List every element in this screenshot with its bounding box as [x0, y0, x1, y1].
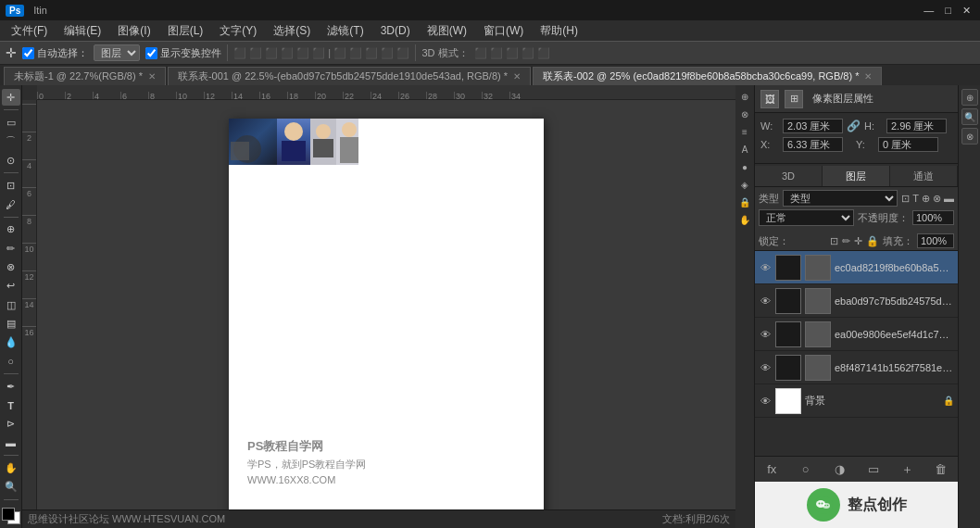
- tab-contacts1-close[interactable]: ✕: [513, 71, 521, 82]
- hand-tool[interactable]: ✋: [2, 459, 20, 476]
- show-controls-input[interactable]: [145, 47, 157, 59]
- tab-layers[interactable]: 图层: [823, 166, 890, 186]
- fill-input[interactable]: [917, 233, 954, 248]
- menu-file[interactable]: 文件(F): [4, 21, 55, 41]
- lock-pixel-icon[interactable]: ✏: [842, 235, 850, 247]
- opacity-input[interactable]: [912, 210, 954, 225]
- fx-button[interactable]: fx: [762, 461, 781, 478]
- add-mask-button[interactable]: ○: [797, 461, 815, 478]
- layer-item[interactable]: 👁 ea00e9806ee5ef4d1c7bfa...: [755, 318, 958, 351]
- zoom-tool[interactable]: 🔍: [2, 479, 20, 496]
- layer-item[interactable]: 👁 eba0d97c7b5db24575dde...: [755, 284, 958, 318]
- menu-window[interactable]: 窗口(W): [476, 21, 531, 41]
- clone-stamp-tool[interactable]: ⊗: [2, 258, 20, 275]
- title-bar-controls[interactable]: — □ ✕: [920, 5, 974, 17]
- auto-select-input[interactable]: [22, 47, 34, 59]
- minimize-btn[interactable]: —: [920, 5, 937, 16]
- crop-tool[interactable]: ⊡: [2, 177, 20, 194]
- width-input[interactable]: [783, 119, 843, 133]
- auto-select-checkbox[interactable]: 自动选择：: [22, 46, 88, 60]
- layer-visibility-toggle[interactable]: 👁: [759, 262, 772, 273]
- spot-healing-tool[interactable]: ⊕: [2, 221, 20, 238]
- history-brush-tool[interactable]: ↩: [2, 278, 20, 295]
- dodge-tool[interactable]: ○: [2, 353, 20, 370]
- side-icon-1[interactable]: ⊕: [737, 89, 752, 104]
- layer-visibility-toggle[interactable]: 👁: [759, 295, 772, 307]
- side-icon-4[interactable]: A: [737, 142, 752, 157]
- layer-item[interactable]: 👁 e8f487141b1562f7581ea7...: [755, 351, 958, 384]
- mini-tool-2[interactable]: 🔍: [961, 108, 978, 125]
- tab-untitled-close[interactable]: ✕: [148, 71, 156, 82]
- select-type-dropdown[interactable]: 图层: [94, 44, 140, 61]
- layer-visibility-toggle[interactable]: 👁: [759, 362, 772, 373]
- ruler-mark-v: 4: [22, 159, 36, 187]
- lock-transform-icon[interactable]: ✛: [854, 235, 862, 247]
- menu-layer[interactable]: 图层(L): [160, 21, 211, 41]
- ruler-mark: 2: [65, 92, 93, 99]
- menu-image[interactable]: 图像(I): [110, 21, 157, 41]
- blend-mode-select[interactable]: 正常: [759, 209, 854, 226]
- menu-text[interactable]: 文字(Y): [212, 21, 264, 41]
- side-icon-6[interactable]: ◈: [737, 177, 752, 192]
- link-icon[interactable]: 🔗: [847, 119, 861, 132]
- quick-selection-tool[interactable]: ⊙: [2, 152, 20, 169]
- height-input[interactable]: [886, 119, 947, 133]
- maximize-btn[interactable]: □: [941, 5, 955, 16]
- layer-visibility-toggle[interactable]: 👁: [759, 329, 772, 340]
- layer-item-background[interactable]: 👁 背景 🔒: [755, 384, 958, 418]
- lock-all-icon[interactable]: 🔒: [866, 235, 879, 247]
- tab-untitled[interactable]: 未标题-1 @ 22.7%(RGB/8) * ✕: [4, 67, 166, 85]
- new-layer-button[interactable]: ＋: [898, 461, 916, 478]
- layer-item[interactable]: 👁 ec0ad8219f8be60b8a58bc...: [755, 251, 958, 284]
- properties-image-icon[interactable]: 🖼: [760, 90, 779, 108]
- tab-untitled-label: 未标题-1 @ 22.7%(RGB/8) *: [14, 69, 143, 83]
- side-icon-2[interactable]: ⊗: [737, 107, 752, 121]
- side-icon-5[interactable]: ●: [737, 159, 752, 174]
- delete-layer-button[interactable]: 🗑: [932, 461, 950, 478]
- menu-view[interactable]: 视图(W): [420, 21, 474, 41]
- brush-tool[interactable]: ✏: [2, 240, 20, 257]
- shape-tool[interactable]: ▬: [2, 434, 20, 451]
- eyedropper-tool[interactable]: 🖋: [2, 195, 20, 212]
- menu-filter[interactable]: 滤镜(T): [320, 21, 371, 41]
- tab-contacts1[interactable]: 联系表-001 @ 22.5%-(eba0d97c7b5db24575dde19…: [168, 67, 531, 85]
- eraser-tool[interactable]: ◫: [2, 296, 20, 313]
- menu-3d[interactable]: 3D(D): [373, 22, 418, 39]
- move-tool[interactable]: ✛: [2, 89, 20, 106]
- blur-tool[interactable]: 💧: [2, 334, 20, 351]
- layers-panel: 类型 类型 ⊡ T ⊕ ⊗ ▬ 正常 不透明度： 锁定： ⊡: [755, 187, 958, 482]
- svg-point-3: [818, 503, 820, 505]
- close-btn[interactable]: ✕: [959, 5, 974, 17]
- tab-channels[interactable]: 通道: [890, 166, 958, 186]
- show-controls-checkbox[interactable]: 显示变换控件: [145, 46, 221, 60]
- menu-select[interactable]: 选择(S): [266, 21, 318, 41]
- canvas-scroll[interactable]: PS教程自学网 学PS，就到PS教程自学网 WWW.16XX8.COM: [37, 100, 735, 509]
- mini-tool-3[interactable]: ⊗: [961, 128, 978, 145]
- gradient-tool[interactable]: ▤: [2, 315, 20, 332]
- x-input[interactable]: [783, 137, 843, 152]
- y-input[interactable]: [878, 137, 938, 152]
- tab-contacts2[interactable]: 联系表-002 @ 25% (ec0ad8219f8be60b8a58bcba3…: [533, 67, 882, 85]
- group-button[interactable]: ▭: [864, 461, 883, 478]
- rectangle-marquee-tool[interactable]: ▭: [2, 114, 20, 131]
- properties-grid-icon[interactable]: ⊞: [785, 90, 803, 108]
- foreground-background-colors[interactable]: [2, 508, 20, 524]
- adjustment-button[interactable]: ◑: [830, 461, 848, 478]
- foreground-color[interactable]: [2, 508, 15, 521]
- tab-contacts2-close[interactable]: ✕: [864, 71, 872, 82]
- layer-type-select[interactable]: 类型: [783, 190, 898, 207]
- type-tool[interactable]: T: [2, 396, 20, 413]
- lasso-tool[interactable]: ⌒: [2, 133, 20, 150]
- menu-edit[interactable]: 编辑(E): [57, 21, 108, 41]
- layer-visibility-toggle[interactable]: 👁: [759, 396, 772, 407]
- tab-3d[interactable]: 3D: [755, 166, 823, 186]
- side-icon-8[interactable]: ✋: [737, 212, 752, 227]
- menu-help[interactable]: 帮助(H): [533, 21, 585, 41]
- side-icon-3[interactable]: ≡: [737, 124, 752, 139]
- mini-tool-1[interactable]: ⊕: [961, 89, 978, 106]
- path-selection-tool[interactable]: ⊳: [2, 416, 20, 433]
- side-icon-7[interactable]: 🔒: [737, 195, 752, 209]
- pen-tool[interactable]: ✒: [2, 378, 20, 395]
- lock-position-icon[interactable]: ⊡: [830, 235, 838, 247]
- layers-lock-row: 锁定： ⊡ ✏ ✛ 🔒 填充：: [755, 232, 958, 251]
